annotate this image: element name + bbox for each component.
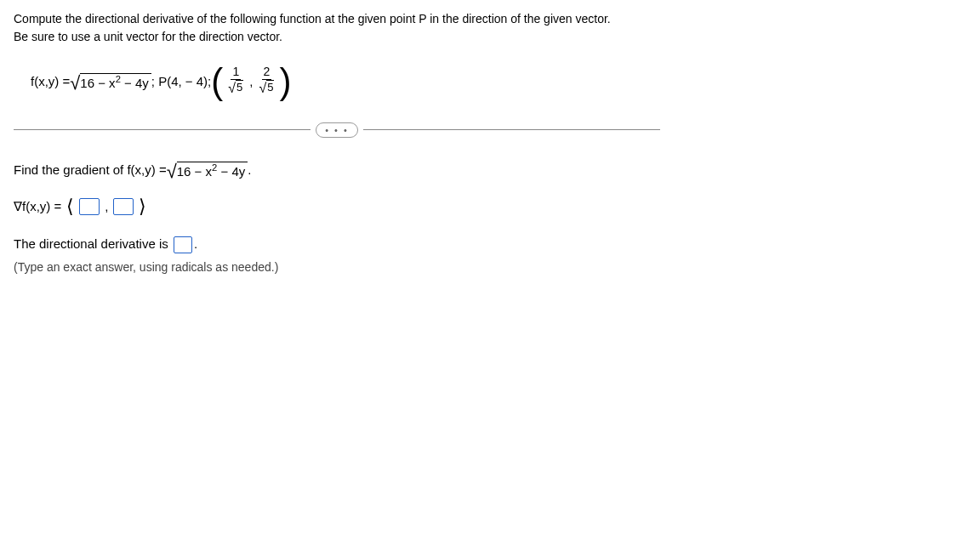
sqrt-5-a: √5 (228, 80, 243, 95)
vector-comma: , (249, 74, 253, 88)
close-paren: ) (279, 67, 291, 96)
function-lhs: f(x,y) = (31, 74, 70, 88)
radicand-2: 16 − x2 − 4y (177, 162, 248, 179)
section-divider: • • • (14, 122, 660, 138)
divider-line-right (363, 129, 660, 130)
radicand: 16 − x2 − 4y (80, 73, 151, 90)
radical-symbol-2: √ (167, 163, 177, 180)
vector-component-2: 2 √5 (257, 65, 276, 95)
gradient-lhs: ∇f(x,y) = (14, 199, 61, 214)
angle-close: ⟩ (139, 196, 146, 218)
instruction-line-1: Compute the directional derivative of th… (14, 10, 966, 28)
problem-formula: f(x,y) = √ 16 − x2 − 4y ; P(4, − 4); ( 1… (31, 66, 966, 97)
sqrt-expression-2: √ 16 − x2 − 4y (167, 162, 248, 179)
point-spec: ; P(4, − 4); (151, 74, 211, 88)
answer-hint: (Type an exact answer, using radicals as… (14, 260, 966, 274)
gradient-input-y[interactable] (113, 198, 134, 215)
divider-line-left (14, 129, 311, 130)
vector-component-1: 1 √5 (226, 65, 245, 95)
angle-open: ⟨ (66, 196, 74, 218)
derivative-input[interactable] (174, 236, 192, 253)
instruction-line-2: Be sure to use a unit vector for the dir… (14, 28, 966, 46)
expand-button[interactable]: • • • (316, 122, 358, 138)
sqrt-expression: √ 16 − x2 − 4y (70, 73, 151, 90)
sqrt-5-b: √5 (259, 80, 274, 95)
gradient-prompt: Find the gradient of f(x,y) = √ 16 − x2 … (14, 162, 966, 179)
problem-instructions: Compute the directional derivative of th… (14, 10, 966, 46)
gradient-equation: ∇f(x,y) = ⟨ , ⟩ (14, 196, 966, 218)
open-paren: ( (211, 67, 223, 96)
radical-symbol: √ (70, 75, 80, 92)
gradient-input-x[interactable] (79, 198, 100, 215)
directional-derivative-line: The directional derivative is . (14, 236, 966, 253)
gradient-comma: , (105, 199, 108, 213)
